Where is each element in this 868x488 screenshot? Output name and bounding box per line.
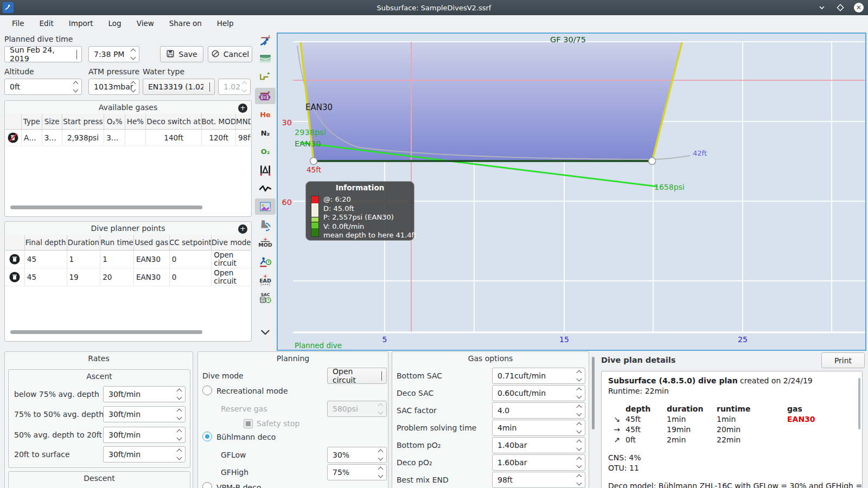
- waypoint-handle-1[interactable]: [310, 158, 317, 165]
- close-icon[interactable]: ✕: [854, 3, 864, 12]
- buhlmann-deco-radio[interactable]: [202, 432, 212, 441]
- gfhigh-spinner[interactable]: 75%: [327, 464, 387, 480]
- time-tick-25: 25: [738, 335, 748, 344]
- add-point-button[interactable]: +: [238, 224, 247, 234]
- sac-calc-icon[interactable]: SAC: [255, 291, 276, 307]
- ead-icon[interactable]: +EAD(•••): [255, 272, 276, 288]
- points-hscrollbar[interactable]: [10, 330, 202, 334]
- recreational-mode-radio[interactable]: [202, 386, 212, 395]
- ascent-speed-icon[interactable]: [255, 254, 276, 270]
- waypoint-handle-2[interactable]: [649, 158, 656, 165]
- deco-po2-spinner[interactable]: 1.60bar: [492, 454, 585, 471]
- vpmb-deco-radio[interactable]: [202, 482, 212, 488]
- plan-deco-model: Deco model: Bühlmann ZHL-16C with GFLow …: [608, 481, 856, 488]
- gases-col-startpress: Start press: [62, 114, 105, 130]
- gas-bot-mod-cell[interactable]: 120ft: [202, 130, 236, 146]
- minimize-icon[interactable]: [817, 3, 827, 12]
- point-depth-cell[interactable]: 45: [25, 268, 67, 286]
- gas-type-cell[interactable]: A…: [22, 130, 42, 146]
- point-gas-cell[interactable]: EAN30: [134, 268, 170, 286]
- oxygen-toggle-icon[interactable]: O₂: [255, 143, 276, 159]
- planning-title: Planning: [198, 352, 388, 364]
- nitrogen-toggle-icon[interactable]: N₂: [255, 125, 276, 141]
- dive-plan-details-title: Dive plan details: [601, 356, 675, 364]
- gas-mnd-cell[interactable]: 98ft: [236, 130, 251, 146]
- rate-spinner-2[interactable]: 30ft/min: [103, 406, 186, 422]
- tissue-delta-icon[interactable]: [255, 162, 276, 178]
- toolbar-scroll-down-icon[interactable]: [255, 324, 276, 341]
- point-remove-icon[interactable]: [9, 253, 21, 265]
- sac-shoe-icon[interactable]: [255, 217, 276, 233]
- menu-log[interactable]: Log: [101, 17, 129, 30]
- rate-spinner-1[interactable]: 30ft/min: [103, 386, 186, 402]
- gas-size-cell[interactable]: 3…: [42, 130, 62, 146]
- dive-mode-label: Dive mode: [202, 371, 244, 380]
- gas-remove-disabled-icon[interactable]: [7, 132, 19, 144]
- plan-heading-date: created on 2/24/19: [738, 376, 813, 385]
- gas-deco-switch-cell[interactable]: 140ft: [146, 130, 202, 146]
- descent-group: Descent: [8, 471, 190, 488]
- dive-time-spinner[interactable]: 7:38 PM: [88, 46, 139, 62]
- plan-runtime: Runtime: 22min: [608, 386, 856, 396]
- menu-share-on[interactable]: Share on: [162, 17, 209, 30]
- menu-file[interactable]: File: [4, 17, 32, 30]
- point-mode-cell[interactable]: Open circuit: [212, 268, 251, 286]
- helium-toggle-icon[interactable]: He: [255, 106, 276, 123]
- point-runtime-cell[interactable]: 20: [100, 268, 134, 286]
- dive-mode-select[interactable]: Open circuit: [327, 368, 387, 384]
- svg-text:SAC: SAC: [261, 292, 270, 297]
- menu-import[interactable]: Import: [61, 17, 101, 30]
- point-gas-cell[interactable]: EAN30: [134, 251, 170, 268]
- ascent-arrow-icon: ↗: [608, 435, 626, 445]
- bottom-po2-spinner[interactable]: 1.40bar: [492, 437, 585, 453]
- descent-arrow-icon: ↘: [608, 414, 626, 425]
- save-button[interactable]: Save: [160, 46, 203, 62]
- gas-startpress-cell[interactable]: 2,938psi: [62, 130, 105, 146]
- cancel-button[interactable]: Cancel: [208, 46, 252, 62]
- deco-sac-spinner[interactable]: 0.60cuft/min: [492, 385, 585, 401]
- depth-gradient-icon[interactable]: [255, 51, 276, 67]
- point-remove-icon[interactable]: [9, 271, 21, 283]
- heartrate-icon[interactable]: [255, 180, 276, 196]
- dive-date-select[interactable]: Sun Feb 24, 2019: [4, 46, 82, 62]
- gases-col-deco-switch: Deco switch at: [146, 114, 202, 130]
- point-depth-cell[interactable]: 45: [25, 251, 67, 268]
- rate-spinner-4[interactable]: 30ft/min: [103, 446, 186, 463]
- information-tooltip: Information @: 6:20 D: 45.0ft P: 2,557ps…: [305, 181, 414, 241]
- gases-hscrollbar[interactable]: [10, 206, 202, 209]
- point-mode-cell[interactable]: Open circuit: [212, 251, 251, 268]
- sac-factor-spinner[interactable]: 4.0: [492, 402, 585, 419]
- profile-line-icon[interactable]: [255, 69, 276, 86]
- point-runtime-cell[interactable]: 1: [100, 251, 134, 268]
- gas-he-cell[interactable]: [125, 130, 146, 146]
- maximize-icon[interactable]: [835, 3, 845, 12]
- atm-pressure-spinner[interactable]: 1013mbar: [88, 79, 139, 95]
- safety-stop-checkbox: [244, 419, 253, 428]
- photos-icon[interactable]: [255, 198, 276, 215]
- rate-spinner-3[interactable]: 30ft/min: [103, 427, 186, 443]
- print-button[interactable]: Print: [821, 352, 865, 368]
- add-gas-button[interactable]: +: [238, 104, 247, 113]
- menu-edit[interactable]: Edit: [32, 17, 61, 30]
- problem-solving-time-spinner[interactable]: 4min: [492, 420, 585, 436]
- details-vscrollbar[interactable]: [858, 378, 860, 429]
- gas-o2-cell[interactable]: 3…: [104, 130, 125, 146]
- planner-clock-icon[interactable]: [255, 88, 276, 104]
- point-duration-cell[interactable]: 1: [67, 251, 101, 268]
- water-type-select[interactable]: EN13319 (1.02k: [143, 79, 215, 95]
- menu-view[interactable]: View: [129, 17, 162, 30]
- altitude-spinner[interactable]: 0ft: [4, 79, 82, 95]
- start-pressure-label: 2938psi: [295, 128, 326, 137]
- bottom-vscrollbar[interactable]: [592, 357, 595, 429]
- best-mix-end-spinner[interactable]: 98ft: [492, 472, 585, 488]
- mod-icon[interactable]: +MOD: [255, 235, 276, 252]
- window-title: Subsurface: SampleDivesV2.ssrf: [0, 4, 868, 12]
- gflow-spinner[interactable]: 30%: [327, 447, 387, 463]
- tooltip-title: Information: [306, 182, 414, 192]
- menu-help[interactable]: Help: [209, 17, 241, 30]
- point-setpoint-cell[interactable]: 0: [170, 251, 212, 268]
- dive-person-icon[interactable]: [255, 33, 276, 49]
- point-setpoint-cell[interactable]: 0: [170, 268, 212, 286]
- point-duration-cell[interactable]: 19: [67, 268, 101, 286]
- bottom-sac-spinner[interactable]: 0.71cuft/min: [492, 368, 585, 384]
